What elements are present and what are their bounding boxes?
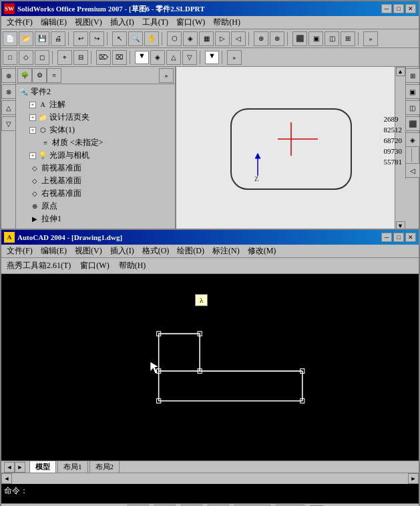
sw-menu-help[interactable]: 帮助(H) bbox=[209, 15, 244, 29]
ac-tab-next[interactable]: ► bbox=[15, 462, 25, 473]
tb-feature2[interactable]: ◈ bbox=[183, 31, 198, 46]
ac-menu-insert[interactable]: 插入(I) bbox=[106, 244, 138, 258]
ac-tab-prev[interactable]: ◄ bbox=[4, 462, 15, 473]
tb2-6[interactable]: ⌦ bbox=[96, 50, 111, 65]
tb-view1[interactable]: ⬛ bbox=[292, 31, 307, 46]
ac-menu-file[interactable]: 文件(F) bbox=[3, 244, 37, 258]
tb2-11[interactable]: » bbox=[227, 50, 242, 65]
right-view-btn4[interactable]: ⬛ bbox=[405, 116, 420, 131]
tb-feature1[interactable]: ⬡ bbox=[167, 31, 182, 46]
sw-menu-file[interactable]: 文件(F) bbox=[3, 15, 37, 29]
tree-lights[interactable]: + 💡 光源与相机 bbox=[28, 149, 174, 162]
tb-redo[interactable]: ↪ bbox=[89, 31, 104, 46]
ac-window-menu2[interactable]: 窗口(W) bbox=[76, 259, 113, 273]
right-view-btn3[interactable]: ◫ bbox=[405, 100, 420, 115]
right-view-btn2[interactable]: ▣ bbox=[405, 84, 420, 99]
tb-view3[interactable]: ◫ bbox=[325, 31, 339, 46]
sw-menu-view[interactable]: 视图(V) bbox=[71, 15, 106, 29]
tb2-4[interactable]: ⌖ bbox=[57, 50, 72, 65]
tree-material[interactable]: ≡ 材质 <未指定> bbox=[39, 136, 174, 149]
tb-pan[interactable]: ✋ bbox=[144, 31, 159, 46]
ac-help-menu2[interactable]: 帮助(H) bbox=[115, 259, 150, 273]
sw-maximize-btn[interactable]: □ bbox=[393, 4, 404, 13]
tree-root[interactable]: 🔩 零件2 bbox=[17, 86, 174, 98]
tb-new[interactable]: 📄 bbox=[3, 31, 17, 46]
tb2-2[interactable]: ◇ bbox=[19, 50, 33, 65]
ac-menu-dim[interactable]: 标注(N) bbox=[208, 244, 244, 258]
tb-open[interactable]: 📂 bbox=[19, 31, 33, 46]
ac-menu-draw[interactable]: 绘图(D) bbox=[173, 244, 208, 258]
tree-solid[interactable]: + ⬡ 实体(1) bbox=[28, 124, 174, 136]
tb2-dropdown2[interactable]: ▼ bbox=[205, 51, 219, 64]
left-btn4[interactable]: ▽ bbox=[1, 116, 16, 131]
left-btn3[interactable]: △ bbox=[1, 100, 16, 115]
tree-origin[interactable]: ⊕ 原点 bbox=[28, 200, 174, 213]
tb2-10[interactable]: ▽ bbox=[182, 50, 197, 65]
expand-annotations[interactable]: + bbox=[29, 102, 36, 108]
tb-sketch2[interactable]: ⊗ bbox=[270, 31, 284, 46]
tree-front-plane[interactable]: ◇ 前视基准面 bbox=[28, 162, 174, 174]
ac-minimize-btn[interactable]: ─ bbox=[381, 233, 392, 242]
tb-print[interactable]: 🖨 bbox=[51, 31, 65, 46]
ac-commandline[interactable]: 命令： bbox=[1, 483, 419, 503]
ac-close-btn[interactable]: ✕ bbox=[405, 233, 416, 242]
tree-top-plane[interactable]: ◇ 上视基准面 bbox=[28, 174, 174, 187]
sw-close-btn[interactable]: ✕ bbox=[405, 4, 416, 13]
sw-menu-insert[interactable]: 插入(I) bbox=[106, 15, 138, 29]
sw-minimize-btn[interactable]: ─ bbox=[381, 4, 392, 13]
tree-designfolder[interactable]: + 📁 设计活页夹 bbox=[28, 111, 174, 124]
tb-extra1[interactable]: » bbox=[363, 31, 378, 46]
right-view-btn5[interactable]: ◈ bbox=[405, 132, 420, 147]
expand-solid[interactable]: + bbox=[29, 127, 36, 134]
tb-feature4[interactable]: ▷ bbox=[215, 31, 230, 46]
ac-command-prompt: 命令： bbox=[4, 487, 28, 496]
tb2-5[interactable]: ⊟ bbox=[73, 50, 88, 65]
sw-menu-tools[interactable]: 工具(T) bbox=[138, 15, 172, 29]
ac-menu-modify[interactable]: 修改(M) bbox=[244, 244, 280, 258]
ac-menu-view[interactable]: 视图(V) bbox=[71, 244, 106, 258]
tb2-dropdown1[interactable]: ▼ bbox=[135, 51, 149, 64]
sw-scroll-up[interactable]: ▲ bbox=[396, 67, 405, 76]
ac-scroll-left[interactable]: ◄ bbox=[1, 473, 12, 484]
tb-feature3[interactable]: ▦ bbox=[199, 31, 214, 46]
sw-tab-config[interactable]: ≡ bbox=[47, 68, 61, 83]
sw-menu-window[interactable]: 窗口(W) bbox=[172, 15, 209, 29]
tree-extrude[interactable]: ▶ 拉伸1 bbox=[28, 213, 174, 225]
ac-yanxiu-toolbar[interactable]: 燕秀工具箱2.61(T) bbox=[3, 259, 75, 273]
sw-sketch-shape: Z bbox=[224, 102, 358, 196]
left-btn2[interactable]: ⊗ bbox=[1, 84, 16, 99]
ac-menu-format[interactable]: 格式(O) bbox=[138, 244, 174, 258]
ac-tab-model[interactable]: 模型 bbox=[29, 461, 56, 473]
tb-select[interactable]: ↖ bbox=[112, 31, 127, 46]
right-nav-btn[interactable]: ◁ bbox=[405, 163, 420, 178]
tb2-3[interactable]: ◻ bbox=[35, 50, 49, 65]
tb2-9[interactable]: △ bbox=[166, 50, 181, 65]
expand-lights[interactable]: + bbox=[29, 152, 36, 159]
ac-scroll-track[interactable] bbox=[12, 473, 408, 484]
tree-lights-label: 光源与相机 bbox=[49, 150, 89, 161]
tb-feature5[interactable]: ◁ bbox=[231, 31, 246, 46]
tree-annotations[interactable]: + A 注解 bbox=[28, 98, 174, 111]
sw-tab-more[interactable]: » bbox=[159, 68, 174, 83]
expand-folder[interactable]: + bbox=[29, 114, 36, 121]
tb-view2[interactable]: ▣ bbox=[308, 31, 323, 46]
tb-view4[interactable]: ⊞ bbox=[341, 31, 355, 46]
left-btn1[interactable]: ⊕ bbox=[1, 68, 16, 83]
sw-tab-props[interactable]: ⚙ bbox=[32, 68, 47, 83]
tree-right-plane[interactable]: ◇ 右视基准面 bbox=[28, 187, 174, 200]
tb-sketch1[interactable]: ⊕ bbox=[254, 31, 268, 46]
tb2-8[interactable]: ◈ bbox=[150, 50, 165, 65]
tb2-1[interactable]: □ bbox=[3, 50, 17, 65]
tb2-7[interactable]: ⌧ bbox=[112, 50, 127, 65]
sw-tab-tree[interactable]: 🌳 bbox=[17, 68, 32, 83]
sw-menu-edit[interactable]: 编辑(E) bbox=[37, 15, 71, 29]
ac-scroll-right[interactable]: ► bbox=[408, 473, 419, 484]
ac-tab-layout2[interactable]: 布局2 bbox=[89, 461, 120, 473]
tb-undo[interactable]: ↩ bbox=[73, 31, 88, 46]
ac-tab-layout1[interactable]: 布局1 bbox=[57, 461, 88, 473]
ac-maximize-btn[interactable]: □ bbox=[393, 233, 404, 242]
tb-save[interactable]: 💾 bbox=[35, 31, 49, 46]
ac-menu-edit[interactable]: 编辑(E) bbox=[37, 244, 71, 258]
right-view-btn1[interactable]: ⊞ bbox=[405, 68, 420, 83]
tb-zoom[interactable]: 🔍 bbox=[128, 31, 143, 46]
